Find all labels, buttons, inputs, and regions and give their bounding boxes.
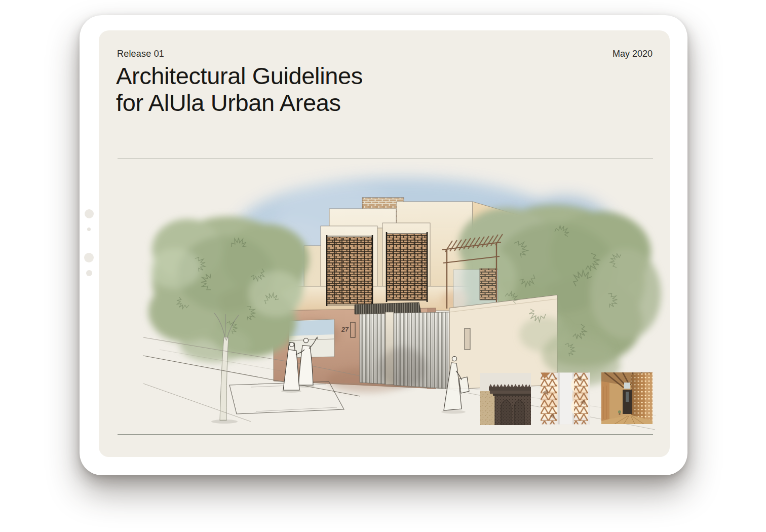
left-tree [148, 216, 309, 424]
house-number: 27 [340, 325, 349, 333]
title-line-2: for AlUla Urban Areas [116, 89, 363, 116]
divider-top [118, 159, 653, 159]
document-cover-page: Release 01 May 2020 Architectural Guidel… [99, 30, 670, 457]
release-label: Release 01 [117, 49, 164, 59]
divider-bottom [118, 434, 653, 435]
thumbnail-perforated-screen-corridor-photo [601, 372, 653, 424]
thumbnail-mashrabiya-cornice-photo [480, 373, 531, 425]
canvas: Release 01 May 2020 Architectural Guidel… [0, 0, 766, 532]
entrance-gate [355, 302, 449, 389]
bezel-sensor-dot [85, 209, 94, 218]
thumbnail-triangular-wood-lattice-photo [541, 372, 590, 425]
title-line-1: Architectural Guidelines [116, 62, 363, 89]
bezel-sensor-dot [84, 253, 94, 262]
bezel-sensor-dot [86, 270, 92, 276]
bezel-sensor-dot [87, 227, 91, 231]
tablet-device-frame: Release 01 May 2020 Architectural Guidel… [80, 15, 687, 475]
document-title: Architectural Guidelines for AlUla Urban… [116, 62, 363, 116]
date-label: May 2020 [612, 49, 653, 59]
